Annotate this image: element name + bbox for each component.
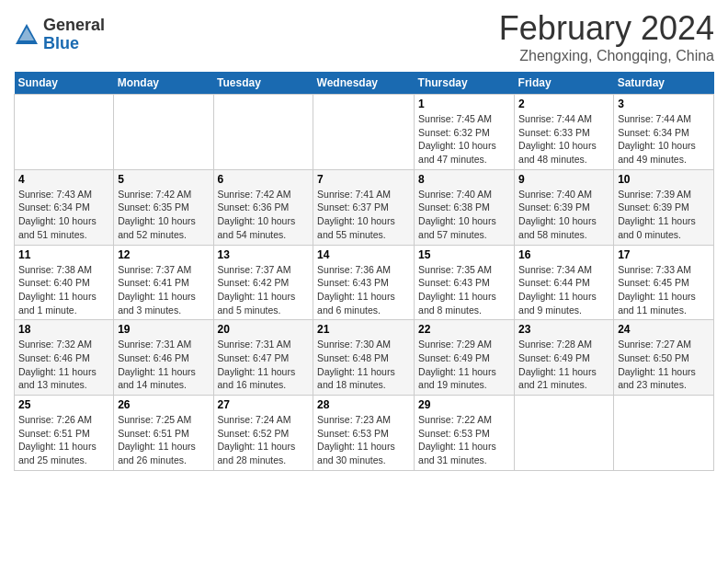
day-info: Sunrise: 7:37 AM Sunset: 6:42 PM Dayligh… xyxy=(218,263,310,317)
calendar-cell: 23Sunrise: 7:28 AM Sunset: 6:49 PM Dayli… xyxy=(515,320,614,396)
location-title: Zhengxing, Chongqing, China xyxy=(499,48,714,64)
calendar-cell xyxy=(313,95,415,170)
day-number: 13 xyxy=(218,248,310,261)
calendar-cell: 10Sunrise: 7:39 AM Sunset: 6:39 PM Dayli… xyxy=(614,169,714,245)
calendar-cell: 15Sunrise: 7:35 AM Sunset: 6:43 PM Dayli… xyxy=(415,245,515,320)
day-header-sunday: Sunday xyxy=(15,72,114,95)
day-info: Sunrise: 7:22 AM Sunset: 6:53 PM Dayligh… xyxy=(418,413,510,467)
day-info: Sunrise: 7:37 AM Sunset: 6:41 PM Dayligh… xyxy=(118,263,209,317)
calendar-cell: 17Sunrise: 7:33 AM Sunset: 6:45 PM Dayli… xyxy=(614,245,714,320)
day-number: 23 xyxy=(518,323,609,336)
day-info: Sunrise: 7:40 AM Sunset: 6:38 PM Dayligh… xyxy=(418,188,510,242)
month-title: February 2024 xyxy=(499,9,714,48)
day-header-friday: Friday xyxy=(515,72,614,95)
calendar-cell: 9Sunrise: 7:40 AM Sunset: 6:39 PM Daylig… xyxy=(515,169,614,245)
calendar-cell: 5Sunrise: 7:42 AM Sunset: 6:35 PM Daylig… xyxy=(114,169,213,245)
day-header-saturday: Saturday xyxy=(614,72,714,95)
day-info: Sunrise: 7:44 AM Sunset: 6:33 PM Dayligh… xyxy=(518,112,609,167)
calendar-cell: 13Sunrise: 7:37 AM Sunset: 6:42 PM Dayli… xyxy=(213,245,313,320)
day-number: 2 xyxy=(518,98,609,110)
day-info: Sunrise: 7:43 AM Sunset: 6:34 PM Dayligh… xyxy=(18,188,109,242)
day-number: 4 xyxy=(18,173,109,186)
day-info: Sunrise: 7:41 AM Sunset: 6:37 PM Dayligh… xyxy=(317,188,410,242)
day-info: Sunrise: 7:42 AM Sunset: 6:35 PM Dayligh… xyxy=(118,188,209,242)
calendar-cell: 28Sunrise: 7:23 AM Sunset: 6:53 PM Dayli… xyxy=(313,396,415,471)
day-number: 19 xyxy=(118,323,209,336)
day-number: 28 xyxy=(317,398,410,411)
calendar-cell xyxy=(213,95,313,170)
day-number: 8 xyxy=(418,173,510,186)
day-info: Sunrise: 7:31 AM Sunset: 6:46 PM Dayligh… xyxy=(118,338,209,392)
day-info: Sunrise: 7:23 AM Sunset: 6:53 PM Dayligh… xyxy=(317,413,410,467)
day-number: 7 xyxy=(317,173,410,186)
day-number: 21 xyxy=(317,323,410,336)
day-info: Sunrise: 7:24 AM Sunset: 6:52 PM Dayligh… xyxy=(218,413,310,467)
day-info: Sunrise: 7:40 AM Sunset: 6:39 PM Dayligh… xyxy=(518,188,609,242)
day-number: 1 xyxy=(418,98,510,110)
calendar-cell: 24Sunrise: 7:27 AM Sunset: 6:50 PM Dayli… xyxy=(614,320,714,396)
day-header-monday: Monday xyxy=(114,72,213,95)
calendar-cell: 12Sunrise: 7:37 AM Sunset: 6:41 PM Dayli… xyxy=(114,245,213,320)
calendar-cell: 20Sunrise: 7:31 AM Sunset: 6:47 PM Dayli… xyxy=(213,320,313,396)
calendar-cell: 16Sunrise: 7:34 AM Sunset: 6:44 PM Dayli… xyxy=(515,245,614,320)
calendar-cell xyxy=(114,95,213,170)
calendar-body: 1Sunrise: 7:45 AM Sunset: 6:32 PM Daylig… xyxy=(15,95,714,471)
calendar-week-2: 4Sunrise: 7:43 AM Sunset: 6:34 PM Daylig… xyxy=(15,169,714,245)
calendar-cell: 18Sunrise: 7:32 AM Sunset: 6:46 PM Dayli… xyxy=(15,320,114,396)
calendar-cell xyxy=(15,95,114,170)
day-number: 27 xyxy=(218,398,310,411)
calendar-cell: 22Sunrise: 7:29 AM Sunset: 6:49 PM Dayli… xyxy=(415,320,515,396)
calendar-week-5: 25Sunrise: 7:26 AM Sunset: 6:51 PM Dayli… xyxy=(15,396,714,471)
day-header-thursday: Thursday xyxy=(415,72,515,95)
day-info: Sunrise: 7:32 AM Sunset: 6:46 PM Dayligh… xyxy=(18,338,109,392)
title-area: February 2024 Zhengxing, Chongqing, Chin… xyxy=(499,9,714,64)
day-info: Sunrise: 7:38 AM Sunset: 6:40 PM Dayligh… xyxy=(18,263,109,317)
calendar-header-row: SundayMondayTuesdayWednesdayThursdayFrid… xyxy=(15,72,714,95)
day-number: 15 xyxy=(418,248,510,261)
day-info: Sunrise: 7:39 AM Sunset: 6:39 PM Dayligh… xyxy=(618,188,710,242)
calendar-cell: 6Sunrise: 7:42 AM Sunset: 6:36 PM Daylig… xyxy=(213,169,313,245)
day-info: Sunrise: 7:36 AM Sunset: 6:43 PM Dayligh… xyxy=(317,263,410,317)
calendar-cell: 1Sunrise: 7:45 AM Sunset: 6:32 PM Daylig… xyxy=(415,95,515,170)
calendar-week-3: 11Sunrise: 7:38 AM Sunset: 6:40 PM Dayli… xyxy=(15,245,714,320)
day-info: Sunrise: 7:28 AM Sunset: 6:49 PM Dayligh… xyxy=(518,338,609,392)
logo-blue: Blue xyxy=(43,35,105,53)
logo: General Blue xyxy=(14,17,105,53)
calendar-cell: 8Sunrise: 7:40 AM Sunset: 6:38 PM Daylig… xyxy=(415,169,515,245)
logo-text: General Blue xyxy=(43,17,105,53)
calendar-cell: 4Sunrise: 7:43 AM Sunset: 6:34 PM Daylig… xyxy=(15,169,114,245)
day-number: 24 xyxy=(618,323,710,336)
day-number: 26 xyxy=(118,398,209,411)
day-info: Sunrise: 7:29 AM Sunset: 6:49 PM Dayligh… xyxy=(418,338,510,392)
day-number: 22 xyxy=(418,323,510,336)
calendar-cell: 2Sunrise: 7:44 AM Sunset: 6:33 PM Daylig… xyxy=(515,95,614,170)
day-number: 11 xyxy=(18,248,109,261)
calendar-cell: 7Sunrise: 7:41 AM Sunset: 6:37 PM Daylig… xyxy=(313,169,415,245)
calendar-cell: 29Sunrise: 7:22 AM Sunset: 6:53 PM Dayli… xyxy=(415,396,515,471)
day-info: Sunrise: 7:30 AM Sunset: 6:48 PM Dayligh… xyxy=(317,338,410,392)
day-number: 5 xyxy=(118,173,209,186)
calendar-cell: 19Sunrise: 7:31 AM Sunset: 6:46 PM Dayli… xyxy=(114,320,213,396)
calendar-cell: 26Sunrise: 7:25 AM Sunset: 6:51 PM Dayli… xyxy=(114,396,213,471)
day-info: Sunrise: 7:45 AM Sunset: 6:32 PM Dayligh… xyxy=(418,112,510,167)
day-info: Sunrise: 7:42 AM Sunset: 6:36 PM Dayligh… xyxy=(218,188,310,242)
day-info: Sunrise: 7:44 AM Sunset: 6:34 PM Dayligh… xyxy=(618,112,710,167)
day-number: 25 xyxy=(18,398,109,411)
day-number: 3 xyxy=(618,98,710,110)
calendar-cell: 21Sunrise: 7:30 AM Sunset: 6:48 PM Dayli… xyxy=(313,320,415,396)
day-info: Sunrise: 7:35 AM Sunset: 6:43 PM Dayligh… xyxy=(418,263,510,317)
calendar-table: SundayMondayTuesdayWednesdayThursdayFrid… xyxy=(14,72,714,471)
calendar-cell: 3Sunrise: 7:44 AM Sunset: 6:34 PM Daylig… xyxy=(614,95,714,170)
day-number: 18 xyxy=(18,323,109,336)
day-header-tuesday: Tuesday xyxy=(213,72,313,95)
day-info: Sunrise: 7:31 AM Sunset: 6:47 PM Dayligh… xyxy=(218,338,310,392)
calendar-week-1: 1Sunrise: 7:45 AM Sunset: 6:32 PM Daylig… xyxy=(15,95,714,170)
day-number: 29 xyxy=(418,398,510,411)
day-number: 20 xyxy=(218,323,310,336)
logo-general: General xyxy=(43,17,105,35)
calendar-cell xyxy=(515,396,614,471)
day-info: Sunrise: 7:33 AM Sunset: 6:45 PM Dayligh… xyxy=(618,263,710,317)
day-info: Sunrise: 7:34 AM Sunset: 6:44 PM Dayligh… xyxy=(518,263,609,317)
calendar-cell: 27Sunrise: 7:24 AM Sunset: 6:52 PM Dayli… xyxy=(213,396,313,471)
header: General Blue February 2024 Zhengxing, Ch… xyxy=(14,9,714,64)
